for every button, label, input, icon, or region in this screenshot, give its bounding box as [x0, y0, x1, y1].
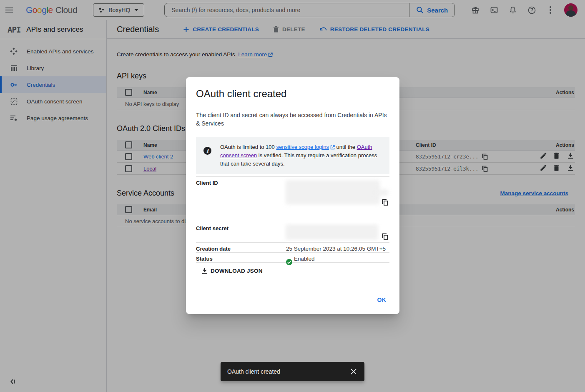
client-secret-label: Client secret	[196, 222, 286, 242]
status-label: Status	[196, 253, 286, 262]
download-json-button[interactable]: DOWNLOAD JSON	[196, 268, 389, 274]
dialog-fields: Client ID Client secret Creation date 25…	[196, 176, 389, 263]
oauth-limit-notice: i OAuth is limited to 100 sensitive scop…	[196, 137, 389, 174]
download-icon	[202, 268, 208, 274]
client-secret-redacted-value	[286, 224, 378, 240]
client-id-redacted-value	[286, 180, 380, 204]
copy-client-secret-icon[interactable]	[382, 233, 389, 240]
client-id-row: Client ID	[196, 176, 389, 210]
notice-prefix: OAuth is limited to 100	[220, 144, 276, 150]
client-id-label: Client ID	[196, 177, 286, 210]
copy-client-id-icon[interactable]	[382, 199, 389, 206]
status-value: Enabled	[294, 256, 315, 262]
ok-button[interactable]: OK	[374, 294, 390, 306]
client-secret-row: Client secret	[196, 222, 389, 242]
notice-middle: until the	[335, 144, 357, 150]
creation-date-value: 25 September 2023 at 10:26:05 GMT+5	[286, 243, 389, 252]
client-id-redacted-value	[375, 189, 388, 196]
status-row: Status Enabled	[196, 252, 389, 263]
info-icon: i	[203, 147, 211, 155]
notice-text: OAuth is limited to 100 sensitive scope …	[220, 143, 383, 168]
status-enabled-check-icon	[286, 259, 292, 265]
external-link-icon	[330, 145, 335, 150]
download-json-label: DOWNLOAD JSON	[211, 268, 263, 274]
dialog-title: OAuth client created	[196, 88, 389, 100]
oauth-client-created-dialog: OAuth client created The client ID and s…	[186, 77, 399, 314]
sensitive-scope-logins-link[interactable]: sensitive scope logins	[276, 144, 329, 150]
field-row-spacer	[196, 210, 389, 222]
creation-date-label: Creation date	[196, 243, 286, 252]
snackbar-message: OAuth client created	[227, 368, 280, 375]
close-icon[interactable]	[349, 367, 358, 376]
dialog-subtitle: The client ID and secret can always be a…	[196, 111, 389, 128]
snackbar: OAuth client created	[221, 362, 364, 381]
creation-date-row: Creation date 25 September 2023 at 10:26…	[196, 242, 389, 252]
